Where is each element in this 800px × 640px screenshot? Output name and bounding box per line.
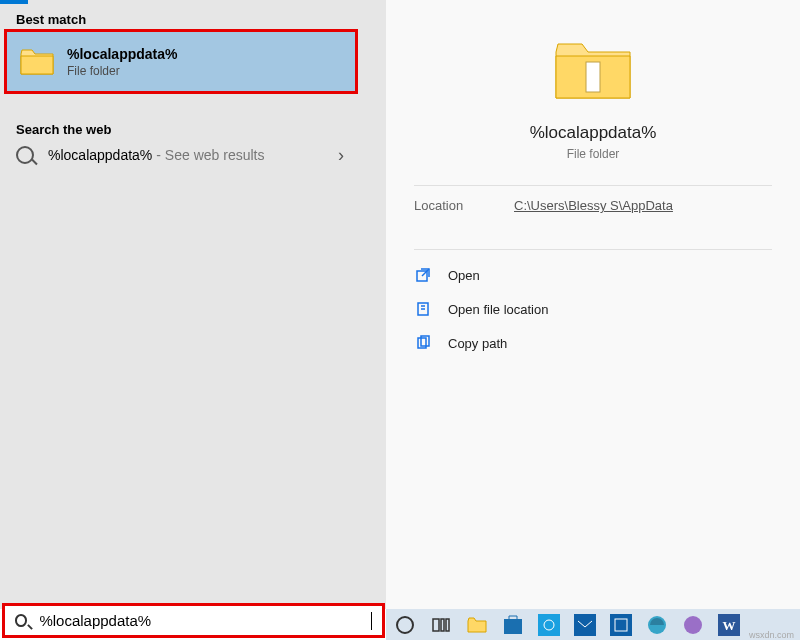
open-label: Open	[448, 268, 480, 283]
best-match-result[interactable]: %localappdata% File folder	[4, 29, 358, 94]
svg-rect-9	[538, 614, 560, 636]
best-match-subtitle: File folder	[67, 64, 177, 78]
accent-bar	[0, 0, 28, 4]
open-location-icon	[414, 300, 432, 318]
svg-rect-8	[504, 619, 522, 634]
word-icon[interactable]: W	[716, 612, 742, 638]
svg-rect-12	[610, 614, 632, 636]
folder-icon	[19, 44, 55, 80]
svg-rect-7	[446, 619, 449, 631]
settings-icon[interactable]	[536, 612, 562, 638]
svg-rect-6	[441, 619, 444, 631]
web-result-text: %localappdata%	[48, 147, 152, 163]
edge-icon[interactable]	[644, 612, 670, 638]
more-icon[interactable]	[680, 612, 706, 638]
open-location-label: Open file location	[448, 302, 548, 317]
text-caret	[371, 612, 372, 630]
folder-icon-large	[554, 40, 632, 105]
best-match-text: %localappdata% File folder	[67, 46, 177, 78]
svg-point-15	[684, 616, 702, 634]
open-action[interactable]: Open	[386, 258, 800, 292]
copy-path-label: Copy path	[448, 336, 507, 351]
search-icon	[15, 614, 27, 627]
location-label: Location	[414, 198, 514, 213]
watermark: wsxdn.com	[749, 630, 794, 640]
preview-header: %localappdata% File folder	[386, 0, 800, 161]
web-search-result[interactable]: %localappdata% - See web results ›	[0, 135, 360, 175]
location-row[interactable]: Location C:\Users\Blessy S\AppData	[386, 186, 800, 225]
web-result-hint: - See web results	[156, 147, 264, 163]
search-icon	[16, 146, 34, 164]
mail2-icon[interactable]	[608, 612, 634, 638]
store-icon[interactable]	[500, 612, 526, 638]
copy-icon	[414, 334, 432, 352]
svg-rect-11	[574, 614, 596, 636]
divider	[414, 249, 772, 250]
mail-icon[interactable]	[572, 612, 598, 638]
preview-actions: Open Open file location Copy path	[386, 258, 800, 360]
open-location-action[interactable]: Open file location	[386, 292, 800, 326]
task-view-icon[interactable]	[428, 612, 454, 638]
search-input[interactable]	[39, 612, 373, 629]
best-match-title: %localappdata%	[67, 46, 177, 62]
cortana-icon[interactable]	[392, 612, 418, 638]
taskbar-search-box[interactable]	[2, 603, 385, 638]
preview-pane: %localappdata% File folder Location C:\U…	[386, 0, 800, 609]
svg-text:W: W	[723, 618, 736, 633]
preview-title: %localappdata%	[386, 123, 800, 143]
taskbar: W	[386, 609, 800, 640]
svg-rect-5	[433, 619, 439, 631]
location-value[interactable]: C:\Users\Blessy S\AppData	[514, 198, 673, 213]
open-icon	[414, 266, 432, 284]
chevron-right-icon: ›	[338, 145, 344, 166]
svg-rect-0	[586, 62, 600, 92]
preview-subtitle: File folder	[386, 147, 800, 161]
copy-path-action[interactable]: Copy path	[386, 326, 800, 360]
file-explorer-icon[interactable]	[464, 612, 490, 638]
search-results-pane: Best match %localappdata% File folder Se…	[0, 0, 386, 609]
